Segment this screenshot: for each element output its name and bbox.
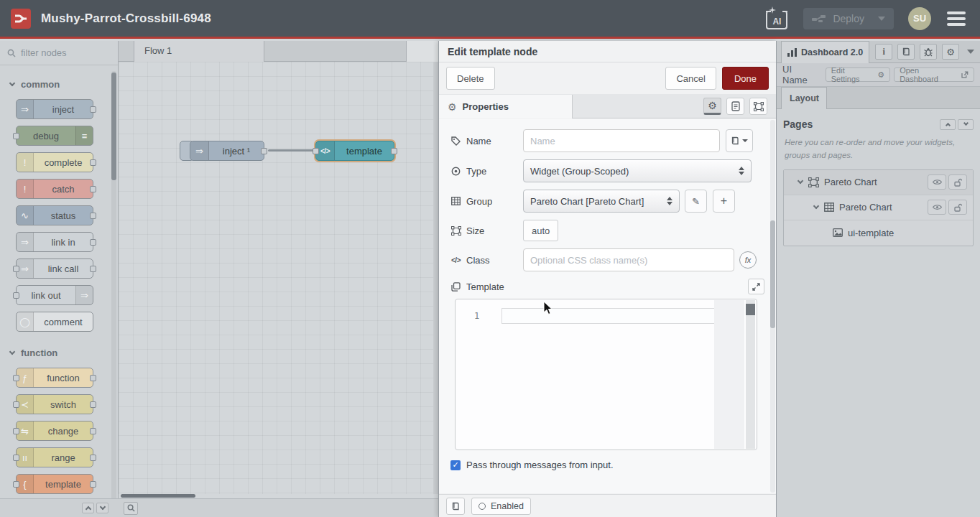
- deploy-button[interactable]: Deploy: [803, 8, 894, 29]
- type-select[interactable]: Widget (Group-Scoped): [523, 159, 752, 182]
- debug-tab-button[interactable]: [920, 44, 937, 60]
- node-input-port[interactable]: [13, 428, 19, 434]
- name-input[interactable]: [523, 129, 720, 152]
- node-output-port[interactable]: [90, 455, 96, 461]
- node-input-port[interactable]: [13, 133, 19, 139]
- visibility-button[interactable]: [928, 174, 946, 190]
- node-output-port[interactable]: [90, 239, 96, 246]
- flow-node-template-selected[interactable]: </> template: [315, 141, 394, 161]
- node-output-port[interactable]: [90, 213, 96, 219]
- node-output-port[interactable]: [90, 106, 96, 113]
- edit-settings-button[interactable]: Edit Settings ⚙: [826, 67, 890, 82]
- palette-node-complete[interactable]: !complete: [16, 152, 93, 172]
- tree-row-widget[interactable]: ui-template: [784, 220, 973, 246]
- cancel-button[interactable]: Cancel: [665, 67, 716, 90]
- tray-scrollbar[interactable]: [770, 120, 775, 493]
- node-output-port[interactable]: [90, 186, 96, 192]
- palette-node-range[interactable]: ıırange: [16, 447, 93, 467]
- node-output-port[interactable]: [261, 148, 267, 154]
- size-button[interactable]: auto: [523, 220, 558, 241]
- book-icon: [451, 502, 460, 511]
- node-output-port[interactable]: [90, 401, 96, 408]
- node-output-port[interactable]: [391, 148, 397, 154]
- node-input-port[interactable]: [13, 401, 19, 408]
- palette-node-switch[interactable]: ≺switch: [16, 394, 93, 414]
- done-button[interactable]: Done: [722, 67, 769, 90]
- group-select[interactable]: Pareto Chart [Pareto Chart]: [523, 190, 680, 213]
- palette-node-link-call[interactable]: ⇒link call: [16, 258, 93, 279]
- fx-button[interactable]: fx: [739, 251, 757, 269]
- flow-node-inject[interactable]: ⇒ inject ¹: [190, 141, 264, 161]
- node-input-port[interactable]: [13, 292, 19, 299]
- add-group-button[interactable]: +: [713, 190, 735, 213]
- tree-row-page[interactable]: Pareto Chart: [784, 170, 973, 195]
- node-output-port[interactable]: [90, 428, 96, 434]
- lock-button[interactable]: [948, 174, 967, 190]
- palette-node-comment[interactable]: ◯comment: [16, 312, 93, 332]
- node-input-port[interactable]: [13, 266, 19, 272]
- palette-node-template[interactable]: {template: [16, 474, 93, 494]
- palette-expand-all-button[interactable]: [96, 503, 108, 513]
- node-input-port[interactable]: [13, 481, 19, 488]
- palette-node-link-out[interactable]: ⇒link out: [16, 285, 93, 305]
- editor-active-line[interactable]: [501, 308, 716, 324]
- palette-node-debug[interactable]: ≡debug: [16, 126, 93, 146]
- tab-layout[interactable]: Layout: [781, 87, 827, 109]
- flow-canvas[interactable]: Flow 1 ⇒ inject ¹ </> template: [119, 41, 438, 517]
- description-tab-button[interactable]: [726, 98, 744, 115]
- expand-all-button[interactable]: [958, 119, 974, 130]
- class-input[interactable]: [523, 248, 734, 271]
- node-input-port[interactable]: [13, 375, 19, 381]
- editor-scrollbar[interactable]: [746, 300, 755, 449]
- palette-node-catch[interactable]: !catch: [16, 179, 93, 199]
- node-help-button[interactable]: [446, 498, 465, 515]
- node-output-port[interactable]: [90, 481, 96, 488]
- visibility-button[interactable]: [928, 200, 946, 215]
- pencil-icon: ✎: [692, 196, 700, 207]
- expand-editor-button[interactable]: [748, 279, 764, 294]
- palette-node-change[interactable]: ⇋change: [16, 421, 93, 441]
- lock-button[interactable]: [948, 200, 967, 215]
- node-input-port[interactable]: [13, 455, 19, 461]
- node-enabled-toggle[interactable]: Enabled: [471, 498, 531, 515]
- properties-tab-button[interactable]: ⚙: [703, 98, 721, 115]
- node-output-port[interactable]: [90, 159, 96, 166]
- canvas-vertical-scrollbar[interactable]: [433, 62, 438, 494]
- tab-dashboard-2[interactable]: Dashboard 2.0: [781, 41, 869, 63]
- tree-row-group[interactable]: Pareto Chart: [784, 195, 973, 220]
- passthrough-checkbox[interactable]: ✓: [450, 460, 461, 470]
- palette-collapse-all-button[interactable]: [82, 503, 94, 513]
- palette-category-function[interactable]: function: [0, 342, 118, 363]
- node-input-port[interactable]: [313, 148, 319, 154]
- palette-node-inject[interactable]: ⇒inject: [16, 99, 93, 119]
- node-output-port[interactable]: [90, 375, 96, 381]
- delete-button[interactable]: Delete: [446, 67, 495, 90]
- tab-properties[interactable]: ⚙ Properties: [439, 95, 573, 118]
- palette-node-status[interactable]: ∿status: [16, 205, 93, 225]
- ai-assistant-button[interactable]: AI: [764, 6, 789, 31]
- config-tab-button[interactable]: ⚙: [942, 44, 959, 60]
- node-output-port[interactable]: [90, 266, 96, 272]
- palette-node-link-in[interactable]: ⇒link in: [16, 232, 93, 252]
- flow-search-button[interactable]: [124, 502, 138, 515]
- tab-flow-1[interactable]: Flow 1: [134, 41, 264, 62]
- sidebar-options-caret-icon[interactable]: [967, 50, 974, 54]
- info-tab-button[interactable]: i: [875, 44, 892, 60]
- palette-search-input[interactable]: filter nodes: [0, 41, 118, 65]
- help-tab-button[interactable]: [897, 44, 915, 60]
- palette-node-function[interactable]: ƒfunction: [16, 368, 93, 388]
- palette-scrollbar[interactable]: [111, 71, 116, 509]
- edit-group-button[interactable]: ✎: [685, 190, 707, 213]
- copy-icon: [450, 282, 461, 292]
- label-options-button[interactable]: [726, 129, 753, 152]
- palette-category-common[interactable]: common: [0, 73, 118, 95]
- user-avatar[interactable]: SU: [908, 7, 931, 30]
- appearance-tab-button[interactable]: [749, 98, 767, 115]
- wire-inject-to-template[interactable]: [268, 149, 315, 152]
- deploy-options-caret-icon[interactable]: [878, 17, 885, 21]
- canvas-grid[interactable]: ⇒ inject ¹ </> template: [119, 62, 433, 494]
- template-code-editor[interactable]: 1: [455, 299, 757, 450]
- open-dashboard-button[interactable]: Open Dashboard: [894, 67, 974, 82]
- collapse-all-button[interactable]: [940, 119, 956, 130]
- main-menu-button[interactable]: [946, 9, 967, 29]
